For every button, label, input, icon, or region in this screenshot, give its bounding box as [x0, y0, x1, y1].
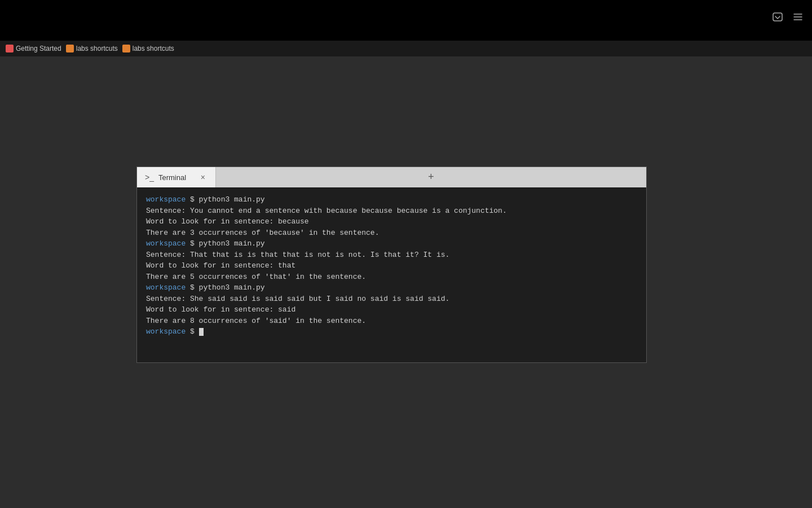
bookmark-icon-orange-2 [122, 45, 130, 52]
command-cursor: $ [186, 327, 198, 336]
terminal-tab-bar: >_ Terminal × + [137, 167, 646, 187]
terminal-output-4: Sentence: That that is is that that is n… [146, 249, 637, 261]
command-3: $ python3 main.py [186, 283, 264, 292]
terminal-tab-close-button[interactable]: × [198, 172, 208, 183]
terminal-panel: >_ Terminal × + workspace $ python3 main… [136, 167, 647, 363]
terminal-tab-label: Terminal [158, 173, 186, 182]
svg-rect-0 [773, 13, 782, 21]
cursor [199, 328, 204, 336]
bookmark-label: Getting Started [16, 45, 61, 52]
prompt-2: workspace [146, 239, 186, 248]
bookmark-icon-red [6, 45, 14, 52]
bookmark-icon-orange-1 [66, 45, 74, 52]
command-2: $ python3 main.py [186, 239, 264, 248]
terminal-line-cursor: workspace $ [146, 326, 637, 338]
terminal-output-6: There are 5 occurrences of 'that' in the… [146, 271, 637, 283]
terminal-tab-icon: >_ [145, 173, 154, 182]
terminal-output-1: Sentence: You cannot end a sentence with… [146, 205, 637, 217]
bookmarks-bar: Getting Started labs shortcuts labs shor… [0, 41, 812, 56]
command-1: $ python3 main.py [186, 195, 264, 204]
browser-top-right [772, 11, 804, 25]
bookmark-labs-shortcuts-2[interactable]: labs shortcuts [122, 45, 174, 52]
terminal-output-5: Word to look for in sentence: that [146, 260, 637, 271]
pocket-icon[interactable] [772, 11, 783, 25]
prompt-1: workspace [146, 195, 186, 204]
main-content: >_ Terminal × + workspace $ python3 main… [0, 56, 812, 508]
bookmark-label: labs shortcuts [133, 45, 174, 52]
menu-icon[interactable] [792, 11, 804, 25]
terminal-output-3: There are 3 occurrences of 'because' in … [146, 227, 637, 239]
terminal-body[interactable]: workspace $ python3 main.py Sentence: Yo… [137, 187, 646, 362]
bookmark-label: labs shortcuts [76, 45, 118, 52]
prompt-3: workspace [146, 283, 186, 292]
bookmark-getting-started[interactable]: Getting Started [6, 45, 61, 52]
terminal-output-9: There are 8 occurrences of 'said' in the… [146, 316, 637, 327]
terminal-tab-add-button[interactable]: + [216, 167, 646, 187]
terminal-tab-active[interactable]: >_ Terminal × [137, 167, 216, 187]
terminal-line-1: workspace $ python3 main.py [146, 194, 637, 205]
terminal-output-8: Word to look for in sentence: said [146, 304, 637, 316]
terminal-output-7: Sentence: She said said is said said but… [146, 294, 637, 305]
bookmark-labs-shortcuts-1[interactable]: labs shortcuts [66, 45, 118, 52]
terminal-output-2: Word to look for in sentence: because [146, 216, 637, 227]
terminal-line-2: workspace $ python3 main.py [146, 238, 637, 249]
terminal-line-3: workspace $ python3 main.py [146, 282, 637, 294]
prompt-cursor: workspace [146, 327, 186, 336]
